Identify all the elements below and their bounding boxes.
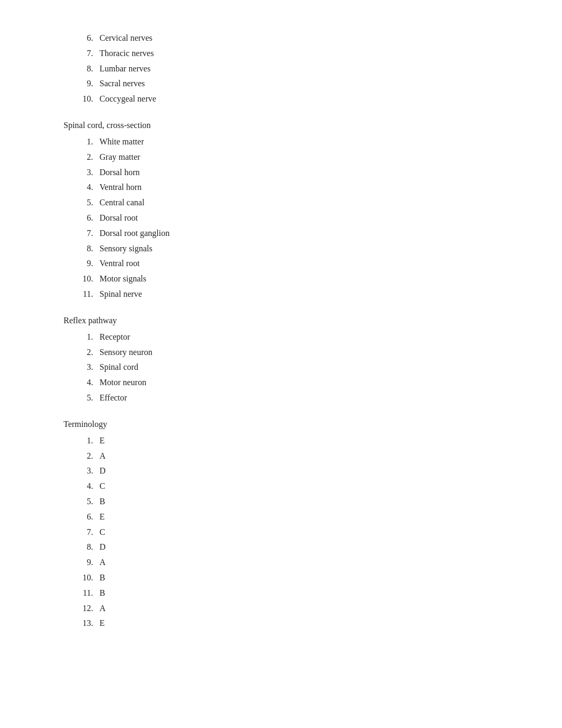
list-item: E xyxy=(95,434,520,448)
list-item: A xyxy=(95,556,520,569)
list-item: E xyxy=(95,617,520,630)
list-item: A xyxy=(95,602,520,615)
list-item: Dorsal horn xyxy=(95,166,520,179)
list-item: Receptor xyxy=(95,331,520,344)
list-item: B xyxy=(95,495,520,508)
list-item: Dorsal root ganglion xyxy=(95,227,520,240)
list-item: D xyxy=(95,465,520,478)
terminology-list: E A D C B E C D A B B A E xyxy=(95,434,520,630)
list-item: Ventral horn xyxy=(95,181,520,194)
reflex-pathway-list: Receptor Sensory neuron Spinal cord Moto… xyxy=(95,331,520,405)
list-item: Spinal cord xyxy=(95,361,520,374)
list-item: C xyxy=(95,480,520,493)
list-item: Effector xyxy=(95,392,520,405)
list-item: C xyxy=(95,526,520,539)
list-item: Motor signals xyxy=(95,272,520,286)
list-item: Motor neuron xyxy=(95,376,520,389)
list-item: White matter xyxy=(95,135,520,149)
list-item: Sacral nerves xyxy=(95,77,520,90)
list-item: Dorsal root xyxy=(95,212,520,225)
list-item: Gray matter xyxy=(95,151,520,164)
list-item: Sensory signals xyxy=(95,242,520,256)
list-item: D xyxy=(95,541,520,554)
list-item: Thoracic nerves xyxy=(95,47,520,60)
list-item: A xyxy=(95,450,520,463)
list-item: B xyxy=(95,571,520,585)
list-item: Sensory neuron xyxy=(95,346,520,359)
section-heading-reflex-pathway: Reflex pathway xyxy=(64,316,520,325)
list-item: Central canal xyxy=(95,196,520,210)
list-item: Coccygeal nerve xyxy=(95,93,520,106)
list-item: B xyxy=(95,587,520,600)
list-item: E xyxy=(95,511,520,524)
list-item: Lumbar nerves xyxy=(95,62,520,76)
list-item: Spinal nerve xyxy=(95,288,520,301)
spinal-cord-list: White matter Gray matter Dorsal horn Ven… xyxy=(95,135,520,301)
list-item: Ventral root xyxy=(95,257,520,270)
list-item: Cervical nerves xyxy=(95,32,520,45)
section-heading-terminology: Terminology xyxy=(64,420,520,429)
section-heading-spinal-cord: Spinal cord, cross-section xyxy=(64,121,520,130)
top-numbered-list: Cervical nerves Thoracic nerves Lumbar n… xyxy=(95,32,520,106)
